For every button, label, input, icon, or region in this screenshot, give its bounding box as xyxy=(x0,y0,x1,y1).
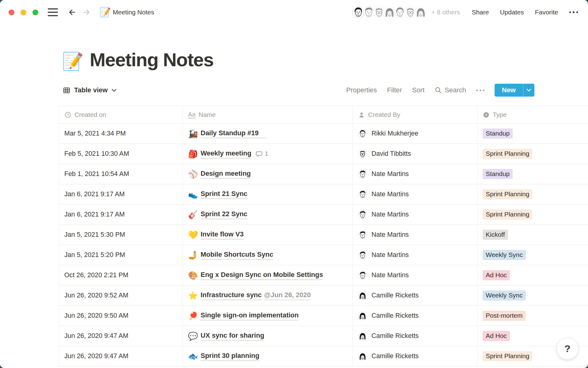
name-cell[interactable]: 🚂 Daily Standup #19 xyxy=(183,124,353,144)
name-cell[interactable]: 🎒 Weekly meeting 1 xyxy=(183,144,353,164)
created-on-cell[interactable]: Jun 26, 2020 9:50 AM xyxy=(59,306,183,326)
created-on-cell[interactable]: Jun 26, 2020 9:47 AM xyxy=(59,326,183,346)
new-dropdown-button[interactable] xyxy=(523,84,534,97)
page-link[interactable]: Sprint 21 Sync xyxy=(201,190,247,199)
page-link[interactable]: Design meeting xyxy=(201,170,251,179)
type-badge[interactable]: Sprint Planning xyxy=(483,351,532,361)
type-badge[interactable]: Standup xyxy=(483,128,513,139)
created-on-cell[interactable]: Feb 5, 2021 10:30 AM xyxy=(59,144,183,164)
name-cell[interactable]: 🏓 Single sign-on implementation xyxy=(183,306,353,326)
column-header-created-on[interactable]: Created on xyxy=(59,106,183,123)
page-link[interactable]: Daily Standup #19 xyxy=(201,129,267,138)
name-cell[interactable]: 💛 Invite flow V3 xyxy=(183,225,353,245)
created-by-cell[interactable]: Nate Martins xyxy=(353,184,477,204)
sort-button[interactable]: Sort xyxy=(412,86,424,94)
name-cell[interactable]: 🎸 Sprint 22 Sync xyxy=(183,205,353,224)
type-badge[interactable]: Sprint Planning xyxy=(483,189,532,199)
column-header-type[interactable]: Type xyxy=(477,106,588,123)
name-cell[interactable]: ⚾ Design meeting xyxy=(183,164,353,184)
created-on-cell[interactable]: Jun 26, 2020 9:47 AM xyxy=(59,346,183,366)
collaborator-avatar[interactable] xyxy=(415,6,427,18)
name-cell[interactable]: 💬 UX sync for sharing xyxy=(183,326,353,346)
created-on-cell[interactable]: Jun 26, 2020 9:52 AM xyxy=(59,286,183,305)
created-on-cell[interactable]: Jan 6, 2021 9:17 AM xyxy=(59,184,183,204)
type-badge[interactable]: Sprint Planning xyxy=(483,209,532,220)
forward-button[interactable] xyxy=(82,7,92,17)
type-cell[interactable]: Kickoff xyxy=(477,225,588,245)
breadcrumb[interactable]: 📝 Meeting Notes xyxy=(100,8,154,17)
type-badge[interactable]: Ad Hoc xyxy=(483,270,510,280)
view-more-options-icon[interactable] xyxy=(476,90,484,91)
column-header-created-by[interactable]: Created By xyxy=(353,106,477,123)
created-on-cell[interactable]: Jan 5, 2021 5:20 PM xyxy=(59,245,183,265)
created-by-cell[interactable]: Camille Ricketts xyxy=(353,346,477,366)
created-by-cell[interactable]: Nate Martins xyxy=(353,205,477,224)
minimize-window-button[interactable] xyxy=(21,10,26,15)
created-on-cell[interactable]: Jan 5, 2021 5:30 PM xyxy=(59,225,183,245)
created-by-cell[interactable]: Nate Martins xyxy=(353,245,477,265)
type-cell[interactable]: Standup xyxy=(477,164,588,184)
name-cell[interactable]: 👟 Sprint 21 Sync xyxy=(183,184,353,204)
type-cell[interactable]: Post-mortem xyxy=(477,306,588,326)
type-cell[interactable]: Weekly Sync xyxy=(477,286,588,305)
type-badge[interactable]: Kickoff xyxy=(483,230,508,240)
type-badge[interactable]: Ad Hoc xyxy=(483,331,510,341)
share-button[interactable]: Share xyxy=(472,9,489,16)
type-cell[interactable]: Ad Hoc xyxy=(477,265,588,285)
created-by-cell[interactable]: Camille Ricketts xyxy=(353,306,477,326)
type-badge[interactable]: Weekly Sync xyxy=(483,290,526,301)
name-cell[interactable]: ⭐ Infrastructure sync @Jun 26, 2020 xyxy=(183,286,353,305)
page-link[interactable]: Mobile Shortcuts Sync xyxy=(201,251,273,260)
created-on-cell[interactable]: Oct 26, 2020 2:21 PM xyxy=(59,265,183,285)
page-link[interactable]: UX sync for sharing xyxy=(201,332,264,341)
back-button[interactable] xyxy=(67,7,77,17)
created-by-cell[interactable]: Nate Martins xyxy=(353,265,477,285)
type-badge[interactable]: Post-mortem xyxy=(483,311,526,321)
type-cell[interactable]: Standup xyxy=(477,124,588,144)
created-on-cell[interactable]: Feb 1, 2021 10:54 AM xyxy=(59,164,183,184)
page-link[interactable]: Eng x Design Sync on Mobile Settings xyxy=(201,271,323,280)
name-cell[interactable]: 🐟 Sprint 30 planning xyxy=(183,346,353,366)
date-mention[interactable]: @Jun 26, 2020 xyxy=(264,291,311,300)
search-button[interactable]: Search xyxy=(435,86,466,94)
created-on-cell[interactable]: Jan 6, 2021 9:17 AM xyxy=(59,205,183,224)
page-link[interactable]: Invite flow V3 xyxy=(201,230,244,240)
type-badge[interactable]: Weekly Sync xyxy=(483,250,526,260)
page-icon[interactable]: 📝 xyxy=(62,53,84,71)
name-cell[interactable]: 🤳 Mobile Shortcuts Sync xyxy=(183,245,353,265)
type-cell[interactable]: Sprint Planning xyxy=(477,205,588,224)
collaborators-overflow-label[interactable]: + 8 others xyxy=(431,9,460,16)
sidebar-menu-icon[interactable] xyxy=(48,8,58,16)
favorite-button[interactable]: Favorite xyxy=(535,9,558,16)
close-window-button[interactable] xyxy=(9,10,14,15)
table-view-switcher[interactable]: Table view xyxy=(63,86,117,94)
page-link[interactable]: Infrastructure sync xyxy=(201,291,262,300)
page-link[interactable]: Weekly meeting xyxy=(201,149,251,159)
created-on-cell[interactable]: Mar 5, 2021 4:34 PM xyxy=(59,124,183,144)
created-by-cell[interactable]: Rikki Mukherjee xyxy=(353,124,477,144)
page-link[interactable]: Single sign-on implementation xyxy=(201,311,299,320)
more-options-icon[interactable] xyxy=(569,11,578,13)
column-header-name[interactable]: Aa Name xyxy=(183,106,353,123)
properties-button[interactable]: Properties xyxy=(346,86,377,94)
type-cell[interactable]: Sprint Planning xyxy=(477,184,588,204)
page-title[interactable]: Meeting Notes xyxy=(90,48,213,71)
created-by-cell[interactable]: David Tibbitts xyxy=(353,144,477,164)
name-cell[interactable]: 🎨 Eng x Design Sync on Mobile Settings xyxy=(183,265,353,285)
created-by-cell[interactable]: Camille Ricketts xyxy=(353,286,477,305)
type-badge[interactable]: Standup xyxy=(483,169,513,179)
created-by-cell[interactable]: Camille Ricketts xyxy=(353,326,477,346)
filter-button[interactable]: Filter xyxy=(387,86,402,94)
comment-indicator[interactable]: 1 xyxy=(255,150,268,158)
type-badge[interactable]: Sprint Planning xyxy=(483,149,532,159)
created-by-cell[interactable]: Nate Martins xyxy=(353,164,477,184)
new-button[interactable]: New xyxy=(495,84,523,97)
type-cell[interactable]: Sprint Planning xyxy=(477,144,588,164)
help-button[interactable]: ? xyxy=(556,338,579,360)
zoom-window-button[interactable] xyxy=(32,10,38,15)
updates-button[interactable]: Updates xyxy=(500,9,524,16)
created-by-cell[interactable]: Nate Martins xyxy=(353,225,477,245)
page-link[interactable]: Sprint 30 planning xyxy=(201,352,259,361)
page-link[interactable]: Sprint 22 Sync xyxy=(201,210,247,219)
type-cell[interactable]: Weekly Sync xyxy=(477,245,588,265)
